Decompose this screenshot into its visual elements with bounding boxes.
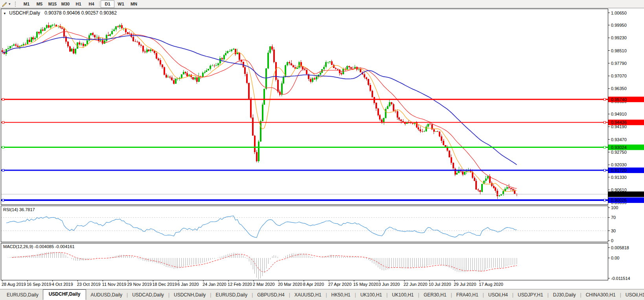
macd-tick-label: 0.005818 (611, 245, 629, 250)
price-badge: 0.90026 (611, 198, 627, 202)
draw-tool-icon[interactable] (0, 0, 9, 7)
line-handle[interactable] (2, 98, 4, 100)
timeframe-button-w1[interactable]: W1 (114, 1, 127, 7)
macd-label: MACD(12,26,9) -0.004085 -0.004161 (3, 244, 75, 249)
chart-tab-bar: EURUSD,DailyUSDCHF,DailyAUDUSD,Daily|USD… (0, 289, 644, 300)
timeframe-button-d1[interactable]: D1 (101, 0, 114, 8)
line-handle[interactable] (604, 121, 606, 123)
line-handle[interactable] (2, 121, 4, 123)
price-tick-label: 0.97070 (611, 74, 627, 78)
date-label: 10 Jul 2020 (429, 282, 451, 287)
line-handle[interactable] (604, 169, 606, 171)
rsi-tick-label: 70 (611, 215, 616, 220)
chart-tab-usdchf-daily[interactable]: USDCHF,Daily (43, 289, 86, 300)
chart-tab-gbpusd-h4[interactable]: GBPUSD,H4 (253, 291, 289, 300)
timeframe-button-h1[interactable]: H1 (72, 1, 85, 7)
line-handle[interactable] (2, 199, 4, 201)
chart-tab-china300-h1[interactable]: CHINA300,H1 (581, 291, 620, 300)
pen-cursor-icon (2, 1, 7, 7)
rsi-tick-label: 100 (611, 205, 618, 210)
price-badge: 0.93024 (611, 145, 627, 150)
chart-tab-ger30-h1[interactable]: GER30,H1 (419, 291, 451, 300)
toolbar-separator (99, 1, 99, 7)
timeframe-button-m1[interactable]: M1 (20, 1, 33, 7)
timeframe-button-m15[interactable]: M15 (46, 1, 59, 7)
mt4-terminal: { "icons": { "draw_tool": "pen-cursor", … (0, 0, 644, 300)
chart-tab-audusd-daily[interactable]: AUDUSD,Daily (86, 291, 127, 300)
chart-tab-eurusd-daily[interactable]: EURUSD,Daily (2, 291, 43, 300)
line-handle[interactable] (604, 98, 606, 100)
date-label: 3 Jun 2020 (379, 282, 400, 287)
toolbar-grip[interactable] (15, 2, 18, 7)
tool-dropdown-arrow-icon[interactable]: ▾ (9, 2, 13, 6)
line-handle[interactable] (2, 169, 4, 171)
price-tick-label: 0.92030 (611, 162, 627, 167)
rsi-tick-label: 30 (611, 228, 616, 233)
price-tick-label: 0.91330 (611, 175, 627, 180)
main-chart-plot[interactable] (1, 9, 608, 204)
chart-tab-dj30-daily[interactable]: DJ30,Daily (548, 291, 580, 300)
date-label: 11 Nov 2019 (102, 282, 127, 287)
date-label: 4 Oct 2019 (52, 282, 73, 287)
chart-ohlc-values: 0.90378 0.90406 0.90257 0.90362 (44, 10, 117, 16)
date-label: 17 Aug 2020 (479, 282, 503, 287)
price-tick-label: 0.94910 (611, 112, 627, 116)
price-tick-label: 0.99950 (611, 23, 627, 28)
price-tick-label: 0.96350 (611, 86, 627, 91)
timeframe-button-m5[interactable]: M5 (33, 1, 46, 7)
chart-tabs: EURUSD,DailyUSDCHF,DailyAUDUSD,Daily|USD… (2, 289, 644, 300)
line-handle[interactable] (604, 146, 606, 148)
date-label: 12 Feb 2020 (228, 282, 252, 287)
chart-tab-hk50-h1[interactable]: HK50,H1 (327, 291, 355, 300)
price-tick-label: 0.93470 (611, 137, 627, 142)
macd-tick-label: -0.011514 (611, 276, 630, 281)
timeframe-button-m30[interactable]: M30 (59, 1, 72, 7)
rsi-tick-label: 0 (611, 238, 613, 243)
chart-tab-eurusd-daily[interactable]: EURUSD,Daily (211, 291, 252, 300)
date-label: 27 Apr 2020 (328, 282, 351, 287)
price-tick-label: 0.99230 (611, 35, 627, 40)
line-handle[interactable] (2, 146, 4, 148)
date-label: 22 Jun 2020 (403, 282, 427, 287)
chart-tab-uk100-h1[interactable]: UK100,H1 (388, 291, 418, 300)
rsi-label: RSI(14) 36.7817 (3, 207, 35, 212)
date-label: 2 Mar 2020 (253, 282, 275, 287)
line-handle[interactable] (604, 199, 606, 201)
chart-tab-usoil-h1[interactable]: USOil,H1 (621, 291, 644, 300)
price-tick-label: 1.00650 (611, 11, 627, 15)
date-label: 8 Apr 2020 (303, 282, 324, 287)
date-label: 20 Mar 2020 (278, 282, 302, 287)
date-label: 15 May 2020 (353, 282, 379, 287)
chart-tab-uk100-h1[interactable]: UK100,H1 (356, 291, 386, 300)
price-badge: 0.90362 (611, 192, 627, 197)
chart-symbol-period: USDCHF,Daily (9, 10, 40, 16)
timeframe-button-h4[interactable]: H4 (85, 1, 98, 7)
date-label: 6 Jan 2020 (177, 282, 199, 287)
date-label: 24 Jan 2020 (202, 282, 226, 287)
price-badge: 0.95740 (611, 97, 627, 102)
timeframe-toolbar: M1M5M15M30H1H4D1W1MN (20, 0, 140, 8)
price-tick-label: 0.98510 (611, 48, 627, 53)
price-badge: 0.91720 (611, 168, 627, 173)
chart-tab-usdjpy-h1[interactable]: USDJPY,H1 (513, 291, 547, 300)
rsi-plot[interactable] (1, 206, 608, 242)
chart-title-caret-icon[interactable]: ▼ (3, 12, 6, 15)
macd-tick-label: 0.00 (611, 256, 619, 260)
top-toolbar: ▾ M1M5M15M30H1H4D1W1MN (0, 0, 644, 8)
chart-canvas[interactable]: 1.006500.999500.992300.985100.977900.970… (0, 0, 644, 289)
date-label: 28 Aug 2019 (2, 282, 26, 287)
chart-tab-xauusd-h1[interactable]: XAUUSD,H1 (290, 291, 326, 300)
timeframe-button-mn[interactable]: MN (127, 1, 140, 7)
chart-tab-usdcnh-daily[interactable]: USDCNH,Daily (169, 291, 210, 300)
chart-tab-fra40-h1[interactable]: FRA40,H1 (452, 291, 483, 300)
chart-tab-usoil-h4[interactable]: USOil,H4 (484, 291, 512, 300)
price-badge: 0.94436 (611, 120, 627, 125)
date-label: 29 Jul 2020 (454, 282, 476, 287)
date-label: 18 Dec 2019 (152, 282, 177, 287)
date-label: 29 Nov 2019 (127, 282, 152, 287)
chart-title: ▼ USDCHF,Daily 0.90378 0.90406 0.90257 0… (3, 10, 117, 16)
chart-tab-usdcad-daily[interactable]: USDCAD,Daily (128, 291, 168, 300)
price-tick-label: 0.97790 (611, 61, 627, 66)
date-label: 23 Oct 2019 (77, 282, 101, 287)
price-tick-label: 0.92750 (611, 150, 627, 155)
